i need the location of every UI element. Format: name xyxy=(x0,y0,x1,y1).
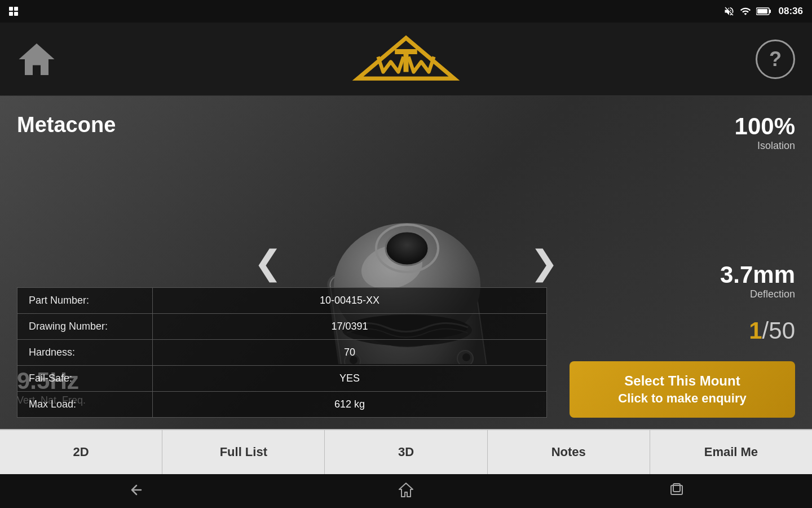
prev-arrow[interactable]: ❮ xyxy=(242,243,293,282)
isolation-label: Isolation xyxy=(735,140,795,152)
table-row: Drawing Number:17/0391 xyxy=(17,314,547,340)
select-button-line1: Select This Mount xyxy=(624,373,740,389)
tab-2d[interactable]: 2D xyxy=(0,430,162,474)
mute-icon xyxy=(723,6,735,17)
status-bar-left xyxy=(9,7,18,16)
select-mount-button[interactable]: Select This Mount Click to make enquiry xyxy=(570,361,795,418)
tab-full-list[interactable]: Full List xyxy=(162,430,325,474)
question-mark-icon: ? xyxy=(769,47,782,71)
spec-label: Max Load: xyxy=(17,392,153,418)
spec-value: 612 kg xyxy=(153,392,547,418)
counter-current: 1 xyxy=(749,317,762,344)
spec-label: Hardness: xyxy=(17,340,153,366)
right-panel: 100% Isolation 3.7mm Deflection 1/50 Sel… xyxy=(570,107,795,418)
home-sys-button[interactable] xyxy=(396,480,416,502)
top-nav: ? xyxy=(0,23,812,96)
main-content: Metacone 9.5Hz Vert. Nat. Freq. ❮ xyxy=(0,96,812,429)
logo xyxy=(350,34,462,85)
spec-value: 70 xyxy=(153,340,547,366)
tab-3d[interactable]: 3D xyxy=(325,430,487,474)
select-button-line2: Click to make enquiry xyxy=(618,391,746,406)
clock-display: 08:36 xyxy=(779,6,803,17)
spec-label: Part Number: xyxy=(17,288,153,314)
svg-rect-5 xyxy=(395,49,417,54)
counter-total: /50 xyxy=(762,317,795,344)
svg-marker-3 xyxy=(19,43,55,75)
back-button[interactable] xyxy=(125,480,145,502)
svg-rect-2 xyxy=(757,9,767,14)
tab-email-me[interactable]: Email Me xyxy=(650,430,812,474)
spec-value: 10-00415-XX xyxy=(153,288,547,314)
table-row: Part Number:10-00415-XX xyxy=(17,288,547,314)
table-row: Max Load:612 kg xyxy=(17,392,547,418)
isolation-block: 100% Isolation xyxy=(735,113,795,152)
battery-icon xyxy=(756,6,771,16)
svg-rect-1 xyxy=(769,10,771,13)
spec-label: Drawing Number: xyxy=(17,314,153,340)
spec-value: 17/0391 xyxy=(153,314,547,340)
table-row: Hardness:70 xyxy=(17,340,547,366)
svg-rect-6 xyxy=(404,54,409,72)
tab-notes[interactable]: Notes xyxy=(488,430,650,474)
recents-button[interactable] xyxy=(667,480,687,502)
specs-table: Part Number:10-00415-XXDrawing Number:17… xyxy=(17,287,547,418)
status-bar: 08:36 xyxy=(0,0,812,23)
wifi-icon xyxy=(739,6,752,17)
product-counter: 1/50 xyxy=(749,317,795,344)
status-bar-right: 08:36 xyxy=(723,6,803,17)
isolation-value: 100% xyxy=(735,113,795,140)
home-button[interactable] xyxy=(17,40,56,79)
bottom-tabs: 2D Full List 3D Notes Email Me xyxy=(0,429,812,474)
spec-value: YES xyxy=(153,366,547,392)
table-row: Fail-Safe:YES xyxy=(17,366,547,392)
spec-label: Fail-Safe: xyxy=(17,366,153,392)
specs-section: Part Number:10-00415-XXDrawing Number:17… xyxy=(17,287,547,418)
deflection-block: 3.7mm Deflection xyxy=(720,261,795,300)
right-bottom: 3.7mm Deflection 1/50 Select This Mount … xyxy=(570,261,795,418)
deflection-label: Deflection xyxy=(720,288,795,300)
grid-icon xyxy=(9,7,18,16)
deflection-value: 3.7mm xyxy=(720,261,795,288)
next-arrow[interactable]: ❯ xyxy=(519,243,570,282)
system-nav-bar xyxy=(0,474,812,508)
product-name: Metacone xyxy=(17,113,242,137)
help-button[interactable]: ? xyxy=(756,40,795,79)
